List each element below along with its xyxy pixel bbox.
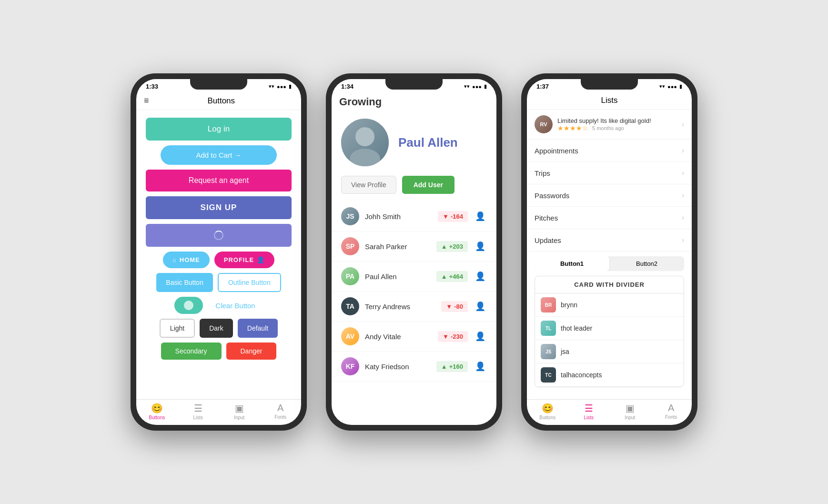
- toggle-button[interactable]: [174, 297, 203, 314]
- review-stars: ★★★★☆: [557, 124, 588, 132]
- time-1: 1:33: [146, 83, 158, 90]
- page-title-buttons: Buttons: [149, 96, 293, 106]
- tab-fonts[interactable]: A Fonts: [260, 403, 302, 420]
- card-avatar-jsa: JS: [541, 344, 556, 359]
- user-name-0: Johh Smith: [365, 212, 432, 221]
- user-item-5: KF Katy Friedson ▲ +160 👤: [332, 352, 496, 382]
- default-button[interactable]: Default: [238, 319, 278, 338]
- agent-button[interactable]: Request an agent: [146, 170, 292, 192]
- avatar-paul: [341, 119, 389, 166]
- phone-growing: 1:34 ▾▾ ●●● ▮ Growing: [326, 73, 502, 431]
- user-action-1[interactable]: 👤: [474, 240, 487, 253]
- signup-button[interactable]: SIGN UP: [146, 196, 292, 219]
- add-user-button[interactable]: Add User: [402, 176, 454, 194]
- list-item-appointments[interactable]: Appointments ›: [527, 140, 692, 162]
- score-5: ▲ +160: [436, 361, 468, 372]
- chevron-passwords-icon: ›: [682, 191, 684, 200]
- user-action-2[interactable]: 👤: [474, 270, 487, 283]
- profile-button[interactable]: PROFILE 👤: [214, 252, 274, 268]
- user-action-4[interactable]: 👤: [474, 330, 487, 343]
- list-label-trips: Trips: [535, 169, 682, 177]
- tab-buttons-label: Buttons: [149, 415, 165, 420]
- tab3-input[interactable]: ▣ Input: [609, 403, 651, 420]
- user-name-1: Sarah Parker: [365, 242, 431, 251]
- tab-buttons[interactable]: 😊 Buttons: [136, 403, 178, 420]
- hamburger-icon[interactable]: ≡: [144, 96, 149, 106]
- status-bar-1: 1:33 ▾▾ ●●● ▮: [136, 79, 301, 92]
- profile-buttons: View Profile Add User: [332, 176, 496, 202]
- tab3-lists[interactable]: ☰ Lists: [568, 403, 610, 420]
- list-label-pitches: Pitches: [535, 214, 682, 222]
- home-button[interactable]: ⌂ HOME: [163, 252, 210, 268]
- tab3-buttons[interactable]: 😊 Buttons: [527, 403, 568, 420]
- toggle-dot: [184, 301, 193, 310]
- tab-lists[interactable]: ☰ Lists: [178, 403, 219, 420]
- score-4: ▼ -230: [438, 331, 468, 342]
- view-profile-button[interactable]: View Profile: [341, 176, 396, 194]
- status-icons-3: ▾▾ ●●● ▮: [659, 83, 682, 90]
- seg-tab-button2[interactable]: Button2: [609, 256, 684, 271]
- danger-button[interactable]: Danger: [226, 343, 277, 360]
- user-action-0[interactable]: 👤: [474, 210, 487, 223]
- status-icons-2: ▾▾ ●●● ▮: [464, 83, 487, 90]
- battery-icon-3: ▮: [679, 83, 682, 90]
- review-avatar: RV: [535, 115, 553, 133]
- user-item-4: AV Andy Vitale ▼ -230 👤: [332, 322, 496, 352]
- user-action-5[interactable]: 👤: [474, 360, 487, 373]
- tab3-lists-icon: ☰: [585, 403, 593, 414]
- profile-name: Paul Allen: [398, 135, 458, 150]
- card-user-name-0: brynn: [561, 301, 577, 309]
- outline-button[interactable]: Outline Button: [218, 273, 281, 292]
- card-user-name-2: jsa: [561, 348, 569, 355]
- avatar-terry: TA: [341, 297, 359, 315]
- status-bar-2: 1:34 ▾▾ ●●● ▮: [332, 79, 496, 92]
- list-item-updates[interactable]: Updates ›: [527, 229, 692, 252]
- seg-tab-button1[interactable]: Button1: [535, 256, 609, 271]
- tab3-buttons-label: Buttons: [539, 415, 555, 420]
- review-content: Limited supply! Its like digital gold! ★…: [557, 117, 677, 132]
- user-action-3[interactable]: 👤: [474, 300, 487, 313]
- basic-button[interactable]: Basic Button: [156, 273, 213, 292]
- tab-input-icon: ▣: [235, 403, 244, 414]
- profile-person-icon: 👤: [257, 256, 265, 263]
- list-item-passwords[interactable]: Passwords ›: [527, 184, 692, 207]
- user-item-0: JS Johh Smith ▼ -164 👤: [332, 202, 496, 232]
- wifi-icon-3: ▾▾: [659, 83, 665, 90]
- avatar-svg: [341, 119, 389, 166]
- card-user-1: TL thot leader: [535, 317, 684, 340]
- avatar-sarah: SP: [341, 237, 359, 255]
- tab3-input-icon: ▣: [626, 403, 635, 414]
- user-name-3: Terry Andrews: [365, 302, 435, 311]
- dark-button[interactable]: Dark: [200, 319, 233, 338]
- user-name-2: Paul Allen: [365, 272, 431, 281]
- review-banner[interactable]: RV Limited supply! Its like digital gold…: [527, 110, 692, 140]
- card-avatar-thot: TL: [541, 321, 556, 336]
- notch-3: [581, 79, 638, 90]
- tab3-fonts[interactable]: A Fonts: [651, 403, 692, 420]
- list-label-appointments: Appointments: [535, 147, 682, 155]
- chevron-pitches-icon: ›: [682, 213, 684, 222]
- home-icon: ⌂: [172, 256, 177, 263]
- phone-lists: 1:37 ▾▾ ●●● ▮ Lists RV Limited supp: [521, 73, 697, 431]
- card-user-name-1: thot leader: [561, 324, 592, 332]
- card-avatar-talha: TC: [541, 367, 556, 383]
- loading-button[interactable]: [146, 224, 292, 247]
- notch-2: [385, 79, 443, 90]
- clear-button[interactable]: Clear Button: [208, 298, 263, 313]
- tab-input[interactable]: ▣ Input: [219, 403, 260, 420]
- card-user-2: JS jsa: [535, 340, 684, 363]
- list-item-trips[interactable]: Trips ›: [527, 162, 692, 184]
- add-cart-button[interactable]: Add to Cart →: [161, 145, 277, 165]
- card-avatar-brynn: BR: [541, 297, 556, 312]
- tab-lists-icon: ☰: [194, 403, 202, 414]
- score-1: ▲ +203: [436, 241, 468, 252]
- phone3-header: Lists: [527, 92, 692, 110]
- list-item-pitches[interactable]: Pitches ›: [527, 207, 692, 229]
- tab-fonts-label: Fonts: [274, 414, 286, 420]
- light-button[interactable]: Light: [160, 319, 195, 338]
- app-title-growing: Growing: [339, 96, 489, 108]
- status-bar-3: 1:37 ▾▾ ●●● ▮: [527, 79, 692, 92]
- chevron-review-icon: ›: [682, 120, 684, 129]
- secondary-button[interactable]: Secondary: [161, 343, 222, 360]
- login-button[interactable]: Log in: [146, 118, 292, 141]
